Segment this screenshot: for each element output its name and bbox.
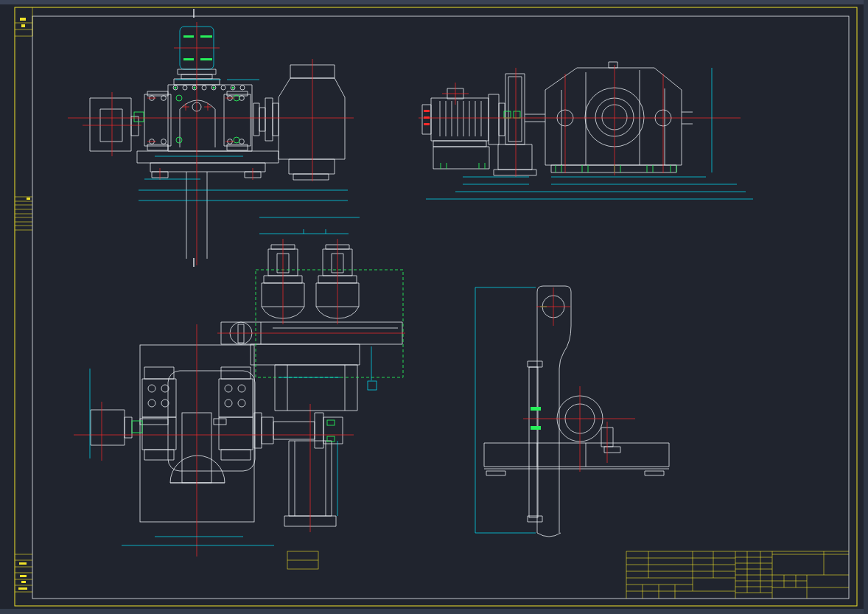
frame-mini-block bbox=[287, 551, 318, 569]
view-section-aa bbox=[484, 286, 669, 537]
view-plan-trolley bbox=[74, 324, 354, 557]
drawing-sheet bbox=[0, 0, 868, 614]
cad-drawing-canvas[interactable] bbox=[0, 0, 868, 614]
sheet-frame bbox=[15, 7, 857, 606]
title-block bbox=[626, 551, 849, 599]
view-front-worm-unit bbox=[68, 9, 354, 267]
dimension-lines bbox=[90, 68, 753, 545]
view-buffer-assembly bbox=[217, 239, 405, 411]
view-side-drive bbox=[419, 62, 741, 177]
